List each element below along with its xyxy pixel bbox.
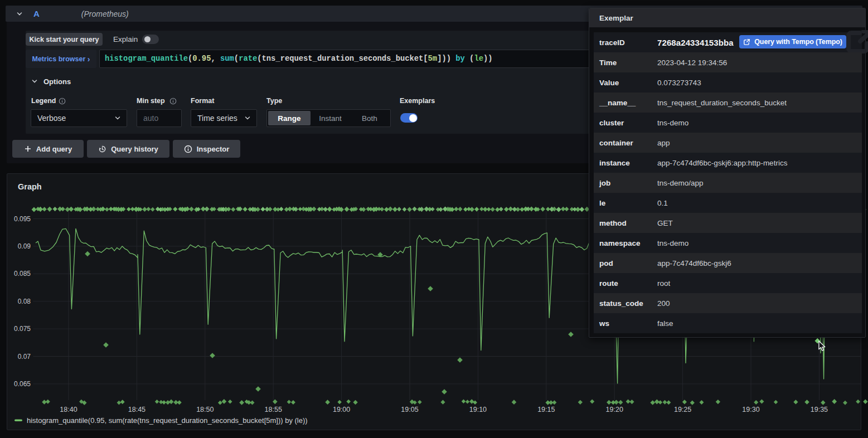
svg-text:18:40: 18:40 [60,406,77,413]
svg-text:19:05: 19:05 [401,406,418,413]
svg-text:0.07: 0.07 [18,353,31,361]
svg-text:0.09: 0.09 [18,242,31,250]
svg-text:0.075: 0.075 [14,325,31,333]
svg-text:histogram_quantile(0.95, sum(r: histogram_quantile(0.95, sum(rate(tns_re… [27,416,308,425]
svg-text:19:15: 19:15 [537,406,555,413]
svg-text:0.085: 0.085 [14,270,31,278]
svg-text:19:20: 19:20 [606,406,623,413]
svg-text:18:45: 18:45 [128,406,146,413]
svg-text:19:25: 19:25 [674,406,691,413]
svg-text:19:30: 19:30 [742,406,759,413]
svg-text:0.08: 0.08 [18,298,31,305]
svg-text:0.095: 0.095 [14,215,31,223]
svg-text:19:00: 19:00 [333,406,350,413]
svg-text:19:35: 19:35 [811,406,828,413]
svg-text:18:55: 18:55 [265,406,282,413]
svg-text:18:50: 18:50 [196,406,214,413]
svg-text:19:10: 19:10 [469,406,487,413]
svg-text:0.065: 0.065 [14,380,31,388]
